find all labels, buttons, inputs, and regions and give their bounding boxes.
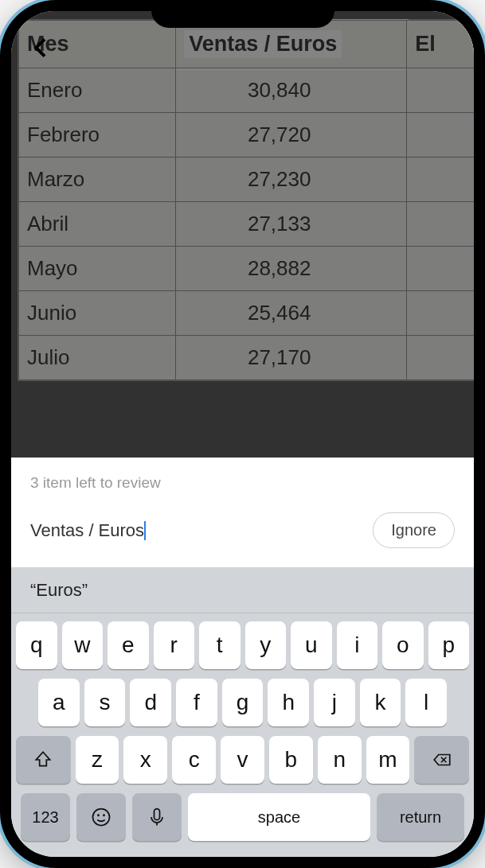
screen: Mes Ventas / Euros El Enero30,840 Febrer… — [11, 11, 474, 857]
key-f[interactable]: f — [176, 679, 217, 726]
svg-point-3 — [98, 815, 99, 815]
key-s[interactable]: s — [84, 679, 126, 726]
review-panel: 3 item left to review Ventas / Euros Ign… — [11, 457, 474, 567]
emoji-icon — [90, 806, 112, 828]
scrim-overlay — [11, 11, 474, 457]
phone-frame: Mes Ventas / Euros El Enero30,840 Febrer… — [0, 0, 485, 868]
key-m[interactable]: m — [366, 736, 410, 784]
key-q[interactable]: q — [16, 621, 57, 669]
key-u[interactable]: u — [291, 621, 332, 669]
dictation-key[interactable] — [132, 793, 182, 841]
numbers-key[interactable]: 123 — [21, 793, 70, 841]
suggestion-bar: “Euros” — [11, 567, 474, 613]
key-row-2: a s d f g h j k l — [16, 679, 469, 726]
key-l[interactable]: l — [405, 679, 447, 726]
document-area: Mes Ventas / Euros El Enero30,840 Febrer… — [11, 11, 474, 457]
key-j[interactable]: j — [314, 679, 355, 726]
key-e[interactable]: e — [108, 621, 149, 669]
notch — [151, 0, 334, 28]
key-w[interactable]: w — [62, 621, 104, 669]
key-h[interactable]: h — [268, 679, 309, 726]
shift-key[interactable] — [16, 736, 71, 784]
review-input-value: Ventas / Euros — [30, 520, 144, 540]
suggestion-item[interactable]: “Euros” — [30, 580, 88, 601]
review-input[interactable]: Ventas / Euros — [30, 520, 360, 541]
key-v[interactable]: v — [221, 736, 264, 784]
svg-rect-5 — [154, 809, 160, 820]
backspace-icon — [432, 749, 452, 770]
key-a[interactable]: a — [38, 679, 80, 726]
ignore-button[interactable]: Ignore — [373, 512, 455, 548]
key-k[interactable]: k — [360, 679, 401, 726]
key-row-bottom: 123 space return — [16, 793, 469, 850]
key-g[interactable]: g — [222, 679, 264, 726]
key-b[interactable]: b — [269, 736, 313, 784]
key-t[interactable]: t — [199, 621, 241, 669]
backspace-key[interactable] — [414, 736, 469, 784]
shift-icon — [33, 749, 53, 770]
back-button[interactable] — [29, 35, 54, 64]
key-n[interactable]: n — [318, 736, 362, 784]
key-i[interactable]: i — [337, 621, 378, 669]
space-key[interactable]: space — [188, 793, 370, 841]
key-c[interactable]: c — [172, 736, 216, 784]
key-r[interactable]: r — [154, 621, 195, 669]
chevron-left-icon — [29, 35, 54, 60]
review-status-text: 3 item left to review — [11, 458, 474, 504]
key-o[interactable]: o — [382, 621, 424, 669]
svg-point-2 — [93, 809, 110, 826]
key-z[interactable]: z — [76, 736, 119, 784]
emoji-key[interactable] — [76, 793, 126, 841]
return-key[interactable]: return — [377, 793, 464, 841]
key-y[interactable]: y — [245, 621, 287, 669]
svg-point-4 — [104, 815, 104, 815]
key-x[interactable]: x — [123, 736, 167, 784]
mic-icon — [146, 806, 168, 828]
text-cursor — [144, 521, 146, 540]
key-d[interactable]: d — [130, 679, 171, 726]
key-row-3: z x c v b n m — [16, 736, 469, 784]
keyboard: “Euros” q w e r t y u i o p a s — [11, 567, 474, 857]
key-p[interactable]: p — [428, 621, 470, 669]
key-row-1: q w e r t y u i o p — [16, 621, 469, 669]
